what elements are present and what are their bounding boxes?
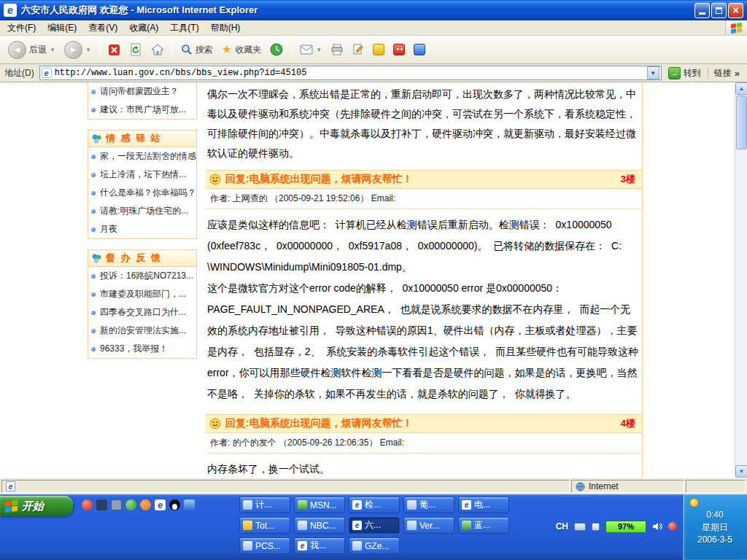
sidebar-link[interactable]: 市建委及职能部门，... [88,285,196,303]
sidebar-link[interactable]: 家，一段无法割舍的情感 [88,147,196,166]
sidebar-link[interactable]: 投诉：16路皖NO7213... [88,267,196,285]
task-button[interactable]: 蓝... [458,517,509,534]
address-input[interactable]: e http://www.luan.gov.cn/bbs/bbs_view.ph… [39,66,662,80]
sidebar-link[interactable]: 请教:明珠广场住宅的... [88,202,196,220]
menu-favorites[interactable]: 收藏(A) [123,20,164,36]
home-button[interactable] [147,42,168,58]
sidebar-link-label: 月夜 [100,223,117,236]
task-button[interactable]: PCS... [239,537,290,554]
reply-header: 回复:电脑系统出现问题，烦请网友帮忙！ 3楼 [206,170,642,189]
sidebar-link[interactable]: 四季春交叉路口为什... [88,303,196,322]
mail-icon [300,44,313,55]
task-button[interactable]: e我... [294,537,345,554]
bullet-icon [91,311,96,315]
toolbar-separator [172,40,173,59]
antivirus-tray-icon[interactable] [689,498,699,508]
quicklaunch-icon-2[interactable] [96,499,107,510]
menu-help[interactable]: 帮助(H) [205,20,247,36]
quicklaunch-icon-4[interactable] [125,499,136,510]
maximize-button[interactable] [711,3,727,18]
task-button[interactable]: MSN... [294,497,345,513]
task-button[interactable]: 葡... [403,497,454,513]
qq-penguin-icon[interactable] [169,499,180,510]
security-zone-panel: Internet [571,480,684,493]
vertical-scrollbar[interactable]: ▲ ▼ [735,82,747,478]
sidebar-link[interactable]: 96333，我举报！ [88,340,196,358]
favorites-button[interactable]: ★ 收藏夹 [218,42,265,58]
links-bar[interactable]: 链接 » [708,67,744,79]
messenger-button[interactable] [369,42,388,58]
task-button[interactable]: Ver... [403,517,454,534]
task-button[interactable]: 计... [239,497,290,513]
search-button[interactable]: 搜索 [177,42,217,58]
sidebar-link-label: 市建委及职能部门，... [100,288,186,300]
mail-button[interactable]: ▼ [296,42,325,57]
task-button[interactable]: e检... [349,497,400,513]
task-button[interactable]: NBC... [294,517,345,534]
messenger-icon [373,44,384,55]
scroll-up-button[interactable]: ▲ [735,82,747,95]
sidebar-link-label: 96333，我举报！ [100,343,168,355]
chevron-icon[interactable]: » [735,68,740,79]
menu-view[interactable]: 查看(V) [82,20,123,36]
history-icon [270,43,283,56]
quicklaunch-icon-1[interactable] [82,499,93,510]
start-button[interactable]: 开始 [0,496,73,516]
scrollbar-thumb[interactable] [736,96,747,149]
forum-content: 偶尔一次不理睬会，系统出错是正常的，重新启动即可，出现次数多了，两种情况比较常见… [206,82,642,478]
reply-paragraph: 应该是类似这样的信息吧： 计算机已经从检测错误后重新启动。检测错误： 0x100… [207,214,640,278]
keyboard-icon[interactable] [574,523,586,531]
sidebar-link-label: 家，一段无法割舍的情感 [100,150,196,163]
quicklaunch-icon-8[interactable] [184,499,195,510]
sidebar-section-feedback: 督 办 反 馈 投诉：16路皖NO7213... 市建委及职能部门，... 四季… [88,249,197,359]
go-button[interactable]: → 转到 [665,66,704,81]
window-titlebar[interactable]: e 六安市人民政府网 欢迎您 - Microsoft Internet Expl… [0,0,747,20]
sidebar-link[interactable]: 新的治安管理法实施... [88,322,196,340]
forward-button[interactable]: ► ▼ [61,39,95,61]
chat-button[interactable] [390,42,409,58]
sidebar-link[interactable]: 请问帝都蒙园业主？ [88,82,196,101]
stop-button[interactable] [104,42,124,58]
document-icon: e [6,481,15,491]
bullet-icon [91,228,96,232]
task-button[interactable]: GZe... [349,537,400,554]
close-button[interactable]: × [728,3,743,18]
section-title: 情 感 驿 站 [106,132,162,145]
forward-dropdown-icon[interactable]: ▼ [85,47,91,53]
sidebar-link[interactable]: 建议：市民广场可放... [88,101,196,119]
clock-panel[interactable]: 0:40 星期日 2006-3-5 [682,494,747,560]
task-button[interactable]: Tot... [239,517,290,534]
refresh-button[interactable] [125,41,146,58]
minimize-button[interactable] [694,3,710,18]
mail-dropdown-icon[interactable]: ▼ [316,47,322,53]
back-button[interactable]: ◄ 后退 ▼ [4,39,59,61]
sidebar-link[interactable]: 什么是幸福？你幸福吗？ [88,184,196,202]
sidebar-link[interactable]: 坛上冷清，坛下热情... [88,166,196,184]
contacts-button[interactable] [410,42,429,58]
task-label: 计... [255,499,271,511]
task-icon [407,521,417,530]
task-icon: e [462,500,471,510]
internet-explorer-icon[interactable]: e [155,499,166,510]
back-dropdown-icon[interactable]: ▼ [50,47,55,53]
volume-icon[interactable] [652,522,662,531]
sidebar-link-label: 什么是幸福？你幸福吗？ [100,187,196,199]
history-button[interactable] [266,41,287,58]
sidebar-link[interactable]: 月夜 [88,220,196,238]
menu-tools[interactable]: 工具(T) [164,20,204,36]
edit-button[interactable] [349,42,368,58]
scroll-down-button[interactable]: ▼ [735,465,747,478]
quicklaunch-icon-5[interactable] [140,499,151,510]
task-button-active[interactable]: e六... [349,517,400,534]
address-dropdown-icon[interactable]: ▼ [647,66,659,79]
language-indicator[interactable]: CH [556,521,568,532]
pen-icon[interactable] [592,523,600,531]
quick-launch-bar: e [82,499,195,510]
tray-app-icon[interactable] [668,522,677,531]
task-button[interactable]: e电... [458,497,509,513]
quicklaunch-icon-3[interactable] [111,499,122,510]
print-button[interactable] [327,42,347,58]
menu-edit[interactable]: 编辑(E) [42,20,82,36]
battery-indicator[interactable]: 97% [605,521,646,533]
menu-file[interactable]: 文件(F) [1,20,42,36]
